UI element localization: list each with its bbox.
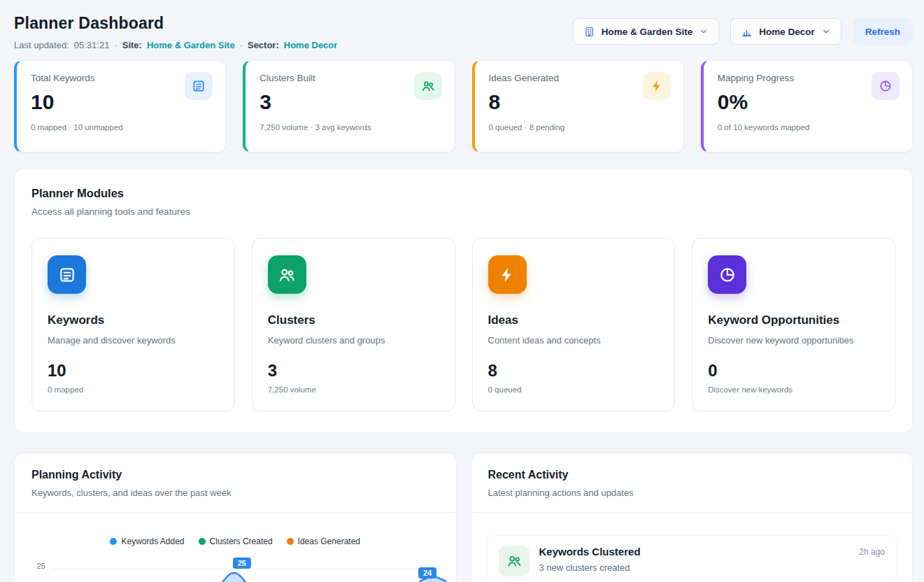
building-icon bbox=[583, 26, 595, 38]
module-title: Ideas bbox=[488, 313, 660, 327]
page-title: Planner Dashboard bbox=[14, 14, 337, 33]
stat-card-ideas-generated: Ideas Generated 8 0 queued · 8 pending bbox=[472, 60, 684, 152]
planning-activity-header: Planning Activity Keywords, clusters, an… bbox=[15, 453, 456, 513]
stat-card-mapping-progress: Mapping Progress 0% 0 of 10 keywords map… bbox=[701, 60, 913, 152]
activity-list: Keywords Clustered 3 new clusters create… bbox=[471, 513, 913, 582]
bar-chart-icon bbox=[741, 26, 753, 38]
modules-grid: Keywords Manage and discover keywords 10… bbox=[31, 238, 895, 411]
legend-item-keywords-added: Keywords Added bbox=[110, 537, 184, 546]
pie-chart-icon bbox=[872, 72, 900, 100]
module-caption: 7,250 volume bbox=[268, 385, 439, 394]
lightning-icon bbox=[643, 72, 671, 100]
module-caption: Discover new keywords bbox=[708, 385, 879, 394]
site-label: Site: bbox=[122, 40, 142, 50]
legend-label: Ideas Generated bbox=[298, 537, 360, 546]
module-title: Keywords bbox=[48, 313, 219, 327]
site-dropdown-label: Home & Garden Site bbox=[602, 27, 693, 37]
legend-label: Clusters Created bbox=[210, 537, 273, 546]
site-dropdown[interactable]: Home & Garden Site bbox=[573, 18, 720, 45]
activity-timestamp: 2h ago bbox=[859, 546, 885, 557]
header-left: Planner Dashboard Last updated: 05:31:21… bbox=[14, 14, 337, 50]
meta-line: Last updated: 05:31:21 · Site: Home & Ga… bbox=[14, 40, 337, 50]
stat-value: 3 bbox=[260, 90, 440, 114]
stats-row: Total Keywords 10 0 mapped · 10 unmapped… bbox=[14, 60, 913, 152]
module-description: Content ideas and concepts bbox=[488, 335, 660, 346]
sector-dropdown-label: Home Decor bbox=[759, 27, 815, 37]
card-title: Planning Activity bbox=[31, 469, 439, 481]
card-subtitle: Keywords, clusters, and ideas over the p… bbox=[31, 488, 439, 498]
line-chart: 25 24 bbox=[51, 556, 446, 582]
module-card-ideas[interactable]: Ideas Content ideas and concepts 8 0 que… bbox=[472, 238, 676, 411]
activity-description: 3 new clusters created bbox=[539, 562, 641, 573]
stat-caption: 7,250 volume · 3 avg keywords bbox=[260, 123, 440, 132]
panel-title: Planner Modules bbox=[31, 187, 895, 200]
module-title: Clusters bbox=[268, 313, 439, 327]
users-icon bbox=[499, 546, 529, 576]
panel-subtitle: Access all planning tools and features bbox=[31, 206, 895, 217]
sector-dropdown[interactable]: Home Decor bbox=[730, 18, 841, 45]
document-icon bbox=[48, 255, 86, 294]
document-icon bbox=[185, 72, 213, 100]
list-item: Keywords Clustered 3 new clusters create… bbox=[487, 535, 897, 582]
module-card-clusters[interactable]: Clusters Keyword clusters and groups 3 7… bbox=[252, 238, 455, 411]
header-controls: Home & Garden Site Home Decor Refresh bbox=[573, 18, 913, 45]
chevron-down-icon bbox=[699, 27, 709, 36]
data-point-label: 24 bbox=[418, 567, 436, 579]
planner-dashboard-page: Planner Dashboard Last updated: 05:31:21… bbox=[0, 0, 924, 582]
separator: · bbox=[114, 40, 117, 50]
legend-item-clusters-created: Clusters Created bbox=[199, 537, 273, 546]
recent-activity-header: Recent Activity Latest planning actions … bbox=[471, 453, 913, 513]
module-card-keywords[interactable]: Keywords Manage and discover keywords 10… bbox=[31, 238, 235, 411]
recent-activity-card: Recent Activity Latest planning actions … bbox=[471, 453, 914, 582]
module-value: 8 bbox=[488, 361, 660, 381]
separator: · bbox=[240, 40, 243, 50]
legend-label: Keywords Added bbox=[121, 537, 184, 546]
last-updated-label: Last updated: bbox=[14, 40, 69, 50]
legend-dot-blue bbox=[110, 538, 117, 545]
stat-caption: 0 mapped · 10 unmapped bbox=[31, 123, 211, 132]
users-icon bbox=[268, 255, 306, 294]
planning-activity-card: Planning Activity Keywords, clusters, an… bbox=[14, 453, 457, 582]
legend-dot-green bbox=[199, 538, 206, 545]
data-point-label: 25 bbox=[233, 558, 251, 569]
stat-card-total-keywords: Total Keywords 10 0 mapped · 10 unmapped bbox=[14, 60, 226, 152]
module-caption: 0 queued bbox=[488, 385, 660, 394]
stat-caption: 0 queued · 8 pending bbox=[489, 123, 669, 132]
legend-dot-orange bbox=[287, 538, 294, 545]
module-description: Discover new keyword opportunities bbox=[708, 335, 879, 346]
stat-card-clusters-built: Clusters Built 3 7,250 volume · 3 avg ke… bbox=[243, 60, 455, 152]
activity-title: Keywords Clustered bbox=[539, 546, 641, 558]
chart-legend: Keywords Added Clusters Created Ideas Ge… bbox=[15, 537, 456, 546]
bottom-row: Planning Activity Keywords, clusters, an… bbox=[14, 453, 913, 582]
y-axis-tick: 25 bbox=[27, 556, 51, 570]
sector-label: Sector: bbox=[248, 40, 279, 50]
module-description: Keyword clusters and groups bbox=[268, 335, 439, 346]
site-link[interactable]: Home & Garden Site bbox=[147, 40, 235, 50]
module-title: Keyword Opportunities bbox=[708, 313, 879, 327]
stat-caption: 0 of 10 keywords mapped bbox=[718, 123, 898, 132]
page-header: Planner Dashboard Last updated: 05:31:21… bbox=[14, 14, 913, 50]
stat-label: Clusters Built bbox=[260, 73, 440, 83]
chevron-down-icon bbox=[821, 27, 831, 36]
pie-chart-icon bbox=[708, 255, 746, 294]
card-title: Recent Activity bbox=[488, 469, 896, 481]
refresh-button[interactable]: Refresh bbox=[853, 18, 913, 45]
last-updated-value: 05:31:21 bbox=[74, 40, 110, 50]
legend-item-ideas-generated: Ideas Generated bbox=[287, 537, 360, 546]
lightning-icon bbox=[488, 255, 527, 294]
users-icon bbox=[414, 72, 442, 100]
card-subtitle: Latest planning actions and updates bbox=[488, 488, 896, 498]
stat-value: 8 bbox=[489, 90, 669, 114]
module-value: 0 bbox=[708, 361, 879, 381]
module-caption: 0 mapped bbox=[48, 385, 219, 394]
module-description: Manage and discover keywords bbox=[48, 335, 219, 346]
activity-text: Keywords Clustered 3 new clusters create… bbox=[539, 546, 641, 573]
module-value: 3 bbox=[268, 361, 439, 381]
planner-modules-panel: Planner Modules Access all planning tool… bbox=[14, 168, 913, 433]
module-value: 10 bbox=[48, 361, 219, 381]
module-card-keyword-opportunities[interactable]: Keyword Opportunities Discover new keywo… bbox=[692, 238, 895, 411]
chart-row: 25 25 24 bbox=[15, 556, 456, 582]
sector-link[interactable]: Home Decor bbox=[284, 40, 338, 50]
